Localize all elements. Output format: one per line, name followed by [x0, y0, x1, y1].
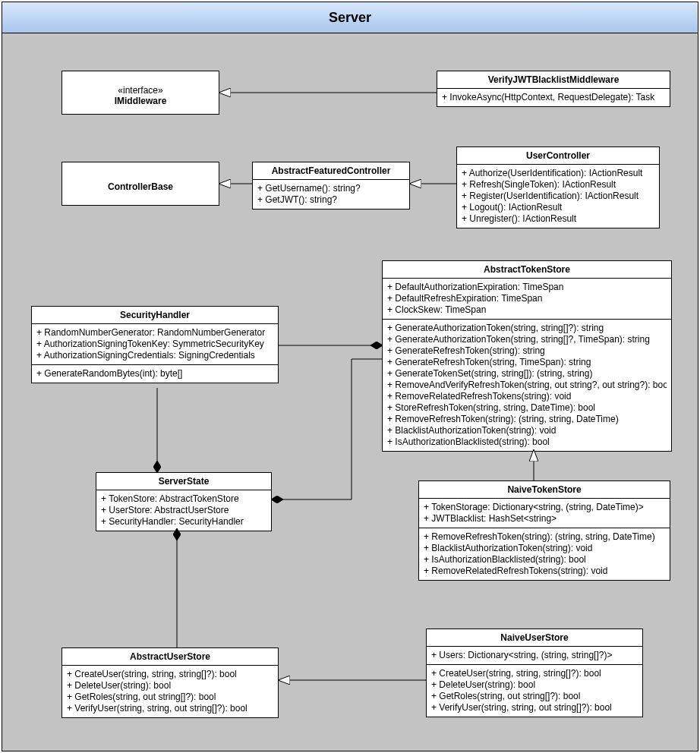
- method: + StoreRefreshToken(string, string, Date…: [387, 402, 667, 414]
- class-name: ServerState: [159, 476, 210, 487]
- class-abstractfeaturedcontroller: AbstractFeaturedController + GetUsername…: [252, 162, 410, 210]
- method: + Logout(): IActionResult: [462, 202, 654, 213]
- method: + BlacklistAuthorizationToken(string): v…: [387, 425, 667, 436]
- method: + IsAuthorizationBlacklisted(string): bo…: [424, 554, 665, 566]
- method: + GenerateAuthorizationToken(string, str…: [387, 334, 667, 345]
- method: + GenerateAuthorizationToken(string, str…: [387, 323, 667, 334]
- field: + TokenStorage: Dictionary<string, (stri…: [424, 502, 665, 513]
- method: + GetUsername(): string?: [257, 183, 405, 194]
- method: + Authorize(UserIdentification): IAction…: [462, 168, 654, 179]
- method: + GetRoles(string, out string[]?): bool: [431, 691, 638, 702]
- method: + IsAuthorizationBlacklisted(string): bo…: [387, 436, 667, 448]
- method: + Unregister(): IActionResult: [462, 213, 654, 225]
- class-securityhandler: SecurityHandler + RandomNumberGenerator:…: [31, 306, 279, 383]
- field: + AuthorizationSigningCredentials: Signi…: [36, 350, 273, 361]
- method: + InvokeAsync(HttpContext, RequestDelega…: [442, 92, 665, 103]
- method: + GetRoles(string, out string[]?): bool: [67, 692, 273, 703]
- class-controllerbase: ControllerBase: [61, 162, 219, 206]
- field: + JWTBlacklist: HashSet<string>: [424, 513, 665, 525]
- method: + RemoveRelatedRefreshTokens(string): vo…: [387, 391, 667, 402]
- method: + RemoveRelatedRefreshTokens(string): vo…: [424, 566, 665, 577]
- method: + GenerateRandomBytes(int): byte[]: [36, 368, 273, 380]
- stereotype: «interface»: [67, 85, 214, 96]
- class-naiveuserstore: NaiveUserStore + Users: Dictionary<strin…: [426, 629, 643, 717]
- class-name: AbstractTokenStore: [484, 264, 570, 275]
- method: + CreateUser(string, string, string[]?):…: [431, 668, 638, 679]
- method: + GetJWT(): string?: [257, 194, 405, 206]
- field: + AuthorizationSigningTokenKey: Symmetri…: [36, 339, 273, 350]
- package-title: Server: [2, 2, 698, 33]
- method: + Register(UserIdentification): IActionR…: [462, 191, 654, 202]
- field: + DefaultAuthorizationExpiration: TimeSp…: [387, 282, 667, 293]
- class-name: AbstractUserStore: [130, 651, 210, 662]
- package-server: Server «interface» IMiddleware VerifyJWT…: [2, 2, 698, 751]
- method: + VerifyUser(string, string, out string[…: [431, 702, 638, 714]
- class-naivetokenstore: NaiveTokenStore + TokenStorage: Dictiona…: [418, 480, 670, 581]
- field: + TokenStore: AbstractTokenStore: [101, 493, 266, 505]
- class-name: ControllerBase: [108, 181, 173, 192]
- method: + GenerateRefreshToken(string): string: [387, 345, 667, 357]
- class-usercontroller: UserController + Authorize(UserIdentific…: [456, 147, 660, 228]
- diagram-canvas: Server «interface» IMiddleware VerifyJWT…: [0, 0, 700, 753]
- method: + BlacklistAuthorizationToken(string): v…: [424, 543, 665, 554]
- method: + RemoveRefreshToken(string): (string, s…: [387, 414, 667, 425]
- method: + GenerateTokenSet(string, string[]): (s…: [387, 368, 667, 380]
- class-name: AbstractFeaturedController: [272, 165, 391, 176]
- class-abstractuserstore: AbstractUserStore + CreateUser(string, s…: [61, 647, 279, 718]
- method: + Refresh(SingleToken): IActionResult: [462, 179, 654, 191]
- class-verifyjwtblacklistmiddleware: VerifyJWTBlacklistMiddleware + InvokeAsy…: [437, 71, 670, 107]
- method: + VerifyUser(string, string, out string[…: [67, 703, 273, 714]
- class-name: UserController: [526, 150, 590, 161]
- field: + ClockSkew: TimeSpan: [387, 304, 667, 316]
- method: + GenerateRefreshToken(string, TimeSpan)…: [387, 357, 667, 368]
- method: + RemoveRefreshToken(string): (string, s…: [424, 531, 665, 543]
- class-serverstate: ServerState + TokenStore: AbstractTokenS…: [96, 472, 272, 531]
- class-name: IMiddleware: [67, 96, 214, 106]
- field: + DefaultRefreshExpiration: TimeSpan: [387, 293, 667, 304]
- class-imiddleware: «interface» IMiddleware: [61, 71, 219, 115]
- method: + CreateUser(string, string, string[]?):…: [67, 669, 273, 680]
- method: + DeleteUser(string): bool: [67, 680, 273, 692]
- method: + DeleteUser(string): bool: [431, 679, 638, 691]
- field: + Users: Dictionary<string, (string, str…: [431, 650, 638, 661]
- field: + RandomNumberGenerator: RandomNumberGen…: [36, 327, 273, 339]
- field: + SecurityHandler: SecurityHandler: [101, 516, 266, 528]
- class-abstracttokenstore: AbstractTokenStore + DefaultAuthorizatio…: [382, 260, 672, 452]
- class-name: VerifyJWTBlacklistMiddleware: [488, 74, 620, 85]
- class-name: SecurityHandler: [120, 310, 190, 320]
- field: + UserStore: AbstractUserStore: [101, 505, 266, 516]
- method: + RemoveAndVerifyRefreshToken(string, ou…: [387, 380, 667, 391]
- class-name: NaiveTokenStore: [507, 484, 581, 495]
- class-name: NaiveUserStore: [500, 632, 568, 643]
